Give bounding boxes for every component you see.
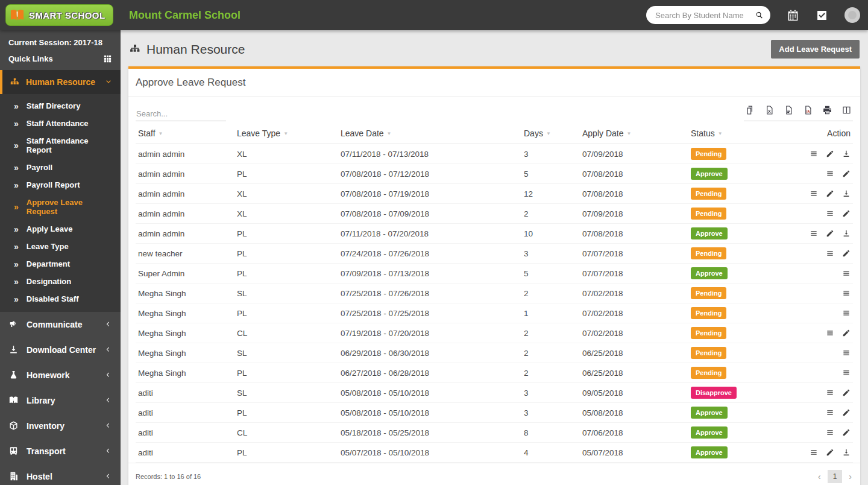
sidebar-subitem[interactable]: » Payroll xyxy=(0,159,121,176)
cell-days: 2 xyxy=(521,284,580,303)
search-icon[interactable] xyxy=(755,11,764,20)
sidebar-subitem[interactable]: » Staff Directory xyxy=(0,97,121,115)
status-badge: Approve xyxy=(691,267,728,279)
menu-icon[interactable] xyxy=(826,249,834,258)
column-label: Staff xyxy=(138,128,156,138)
row-actions xyxy=(811,448,851,457)
column-header[interactable]: Leave Date▼ xyxy=(338,122,521,144)
menu-icon[interactable] xyxy=(826,428,834,437)
table-row: aditi PL 05/08/2018 - 05/10/2018 3 05/08… xyxy=(136,403,853,423)
table-search-input[interactable] xyxy=(136,107,226,121)
prev-page-button[interactable]: ‹ xyxy=(817,472,822,481)
tasks-icon[interactable] xyxy=(816,9,828,22)
grid-icon[interactable] xyxy=(103,54,112,63)
menu-icon[interactable] xyxy=(826,209,834,218)
sidebar-section[interactable]: Inventory xyxy=(0,413,121,439)
edit-icon[interactable] xyxy=(842,428,851,437)
copy-icon[interactable] xyxy=(745,105,755,115)
column-header[interactable]: Status▼ xyxy=(688,122,809,144)
sort-icon: ▼ xyxy=(159,131,163,136)
edit-icon[interactable] xyxy=(826,229,834,238)
menu-icon[interactable] xyxy=(810,448,818,457)
sidebar-subitem[interactable]: » Staff Attendance Report xyxy=(0,132,121,159)
avatar[interactable] xyxy=(844,7,860,23)
edit-icon[interactable] xyxy=(842,249,851,258)
menu-icon[interactable] xyxy=(810,150,818,158)
download-icon[interactable] xyxy=(842,189,851,198)
print-icon[interactable] xyxy=(822,105,832,115)
sidebar-subitem[interactable]: » Leave Type xyxy=(0,238,121,255)
menu-icon[interactable] xyxy=(842,369,851,377)
sidebar-subitem[interactable]: » Designation xyxy=(0,273,121,290)
sidebar-section-label: Hostel xyxy=(27,472,52,481)
cell-days: 2 xyxy=(521,204,580,224)
sidebar-section[interactable]: Homework xyxy=(0,363,121,388)
edit-icon[interactable] xyxy=(826,150,834,158)
sidebar-section[interactable]: Communicate xyxy=(0,312,121,337)
cell-action xyxy=(809,363,853,383)
sidebar-subitem[interactable]: » Staff Attendance xyxy=(0,115,121,132)
excel-icon[interactable] xyxy=(764,105,775,115)
pdf-icon[interactable] xyxy=(803,105,813,115)
menu-icon[interactable] xyxy=(842,269,851,277)
status-badge: Approve xyxy=(691,446,728,458)
sidebar-sections: Communicate Download Center Homework Lib… xyxy=(0,312,121,485)
cell-leave-type: PL xyxy=(234,443,338,463)
menu-icon[interactable] xyxy=(826,170,834,178)
edit-icon[interactable] xyxy=(842,170,851,178)
edit-icon[interactable] xyxy=(842,209,851,218)
edit-icon[interactable] xyxy=(842,388,851,397)
quick-links[interactable]: Quick Links xyxy=(0,49,121,70)
download-icon[interactable] xyxy=(842,150,851,158)
menu-icon[interactable] xyxy=(826,329,834,337)
download-icon[interactable] xyxy=(842,448,851,457)
row-actions xyxy=(811,269,851,277)
sidebar-section[interactable]: Download Center xyxy=(0,337,121,363)
logo-text: SMART SCHOOL xyxy=(29,10,105,21)
double-arrow-icon: » xyxy=(14,163,19,172)
cell-leave-date: 05/08/2018 - 05/10/2018 xyxy=(338,403,521,423)
csv-icon[interactable] xyxy=(784,105,794,115)
sidebar-section[interactable]: Transport xyxy=(0,439,121,464)
add-leave-request-button[interactable]: Add Leave Request xyxy=(771,40,860,59)
page-title-text: Human Resource xyxy=(146,42,245,57)
column-header[interactable]: Days▼ xyxy=(521,122,580,144)
sidebar-subitem[interactable]: » Apply Leave xyxy=(0,220,121,238)
sidebar-subitem[interactable]: » Approve Leave Request xyxy=(0,194,121,220)
app-logo[interactable]: SMART SCHOOL xyxy=(0,0,121,30)
edit-icon[interactable] xyxy=(842,408,851,417)
column-header[interactable]: Leave Type▼ xyxy=(234,122,338,144)
calendar-icon[interactable] xyxy=(787,9,799,22)
approve-leave-card: Approve Leave Request xyxy=(128,66,860,485)
edit-icon[interactable] xyxy=(842,329,851,337)
menu-icon[interactable] xyxy=(826,408,834,417)
sort-icon: ▼ xyxy=(283,131,288,136)
column-header[interactable]: Apply Date▼ xyxy=(580,122,688,144)
table-row: Megha Singh SL 07/25/2018 - 07/26/2018 2… xyxy=(136,284,853,303)
download-icon[interactable] xyxy=(842,229,851,238)
student-search-input[interactable] xyxy=(655,11,755,20)
cell-days: 5 xyxy=(521,164,580,184)
edit-icon[interactable] xyxy=(826,189,834,198)
logo-pill: SMART SCHOOL xyxy=(5,4,113,26)
next-page-button[interactable]: › xyxy=(848,472,853,481)
menu-icon[interactable] xyxy=(842,289,851,297)
menu-icon[interactable] xyxy=(842,309,851,317)
menu-icon[interactable] xyxy=(810,189,818,198)
student-search[interactable] xyxy=(646,6,770,24)
sidebar-section-human-resource[interactable]: Human Resource xyxy=(0,70,121,94)
cell-leave-date: 06/27/2018 - 06/28/2018 xyxy=(338,363,521,383)
topbar-actions xyxy=(646,6,868,24)
sidebar-subitem[interactable]: » Department xyxy=(0,255,121,273)
menu-icon[interactable] xyxy=(810,229,818,238)
sidebar-section[interactable]: Library xyxy=(0,388,121,413)
sidebar-subitem[interactable]: » Disabled Staff xyxy=(0,290,121,308)
columns-icon[interactable] xyxy=(841,105,852,115)
menu-icon[interactable] xyxy=(826,388,834,397)
sidebar-section[interactable]: Hostel xyxy=(0,464,121,485)
menu-icon[interactable] xyxy=(842,349,851,357)
edit-icon[interactable] xyxy=(826,448,834,457)
sidebar-subitem[interactable]: » Payroll Report xyxy=(0,176,121,194)
column-header[interactable]: Staff▼ xyxy=(136,122,234,144)
column-header[interactable]: Action▼ xyxy=(809,122,853,144)
